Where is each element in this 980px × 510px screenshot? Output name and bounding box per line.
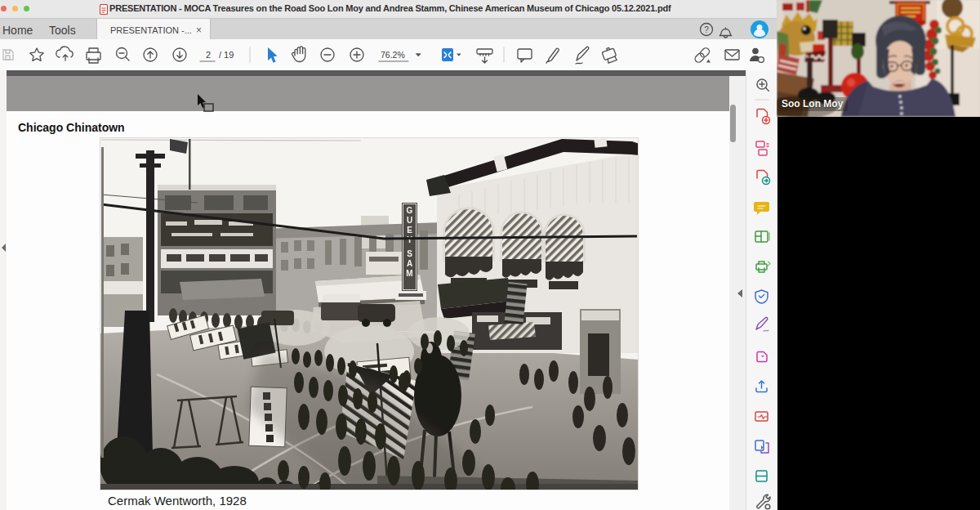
svg-text:E: E bbox=[407, 226, 412, 235]
svg-text:2: 2 bbox=[206, 50, 211, 60]
svg-text:?: ? bbox=[704, 25, 709, 34]
svg-text:76.2%: 76.2% bbox=[381, 50, 405, 60]
svg-text:A: A bbox=[407, 259, 412, 268]
svg-text:G: G bbox=[407, 206, 413, 215]
svg-text:S: S bbox=[407, 249, 412, 258]
svg-text:Y: Y bbox=[407, 235, 412, 244]
svg-text:/ 19: / 19 bbox=[219, 50, 234, 60]
svg-text:M: M bbox=[406, 269, 412, 278]
svg-text:U: U bbox=[407, 216, 412, 225]
